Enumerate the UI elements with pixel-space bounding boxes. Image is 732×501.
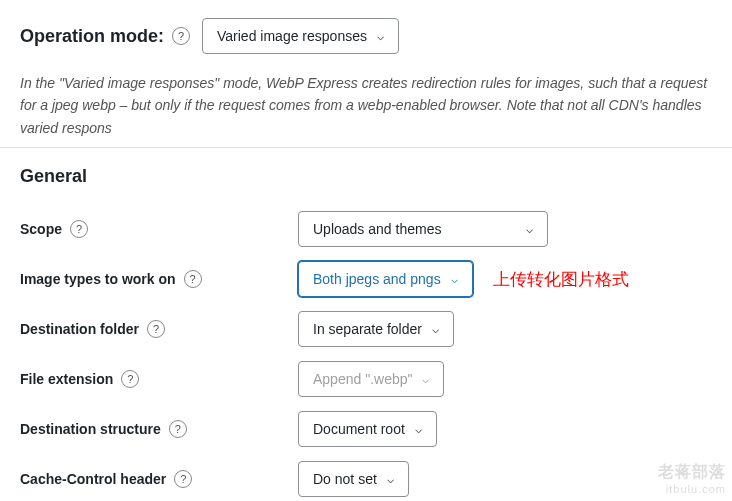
help-icon[interactable]: ?	[172, 27, 190, 45]
help-icon[interactable]: ?	[184, 270, 202, 288]
image-types-annotation: 上传转化图片格式	[493, 268, 629, 291]
cache-control-value: Do not set	[313, 471, 377, 487]
file-extension-select: Append ".webp" ⌵	[298, 361, 444, 397]
cache-control-select[interactable]: Do not set ⌵	[298, 461, 409, 497]
destination-structure-select[interactable]: Document root ⌵	[298, 411, 437, 447]
file-extension-value: Append ".webp"	[313, 371, 412, 387]
chevron-down-icon: ⌵	[432, 322, 439, 336]
operation-mode-description: In the "Varied image responses" mode, We…	[20, 72, 712, 139]
help-icon[interactable]: ?	[70, 220, 88, 238]
destination-folder-value: In separate folder	[313, 321, 422, 337]
destination-folder-select[interactable]: In separate folder ⌵	[298, 311, 454, 347]
help-icon[interactable]: ?	[147, 320, 165, 338]
image-types-value: Both jpegs and pngs	[313, 271, 441, 287]
help-icon[interactable]: ?	[174, 470, 192, 488]
chevron-down-icon: ⌵	[526, 222, 533, 236]
chevron-down-icon: ⌵	[415, 422, 422, 436]
file-extension-label: File extension	[20, 371, 113, 387]
scope-select[interactable]: Uploads and themes ⌵	[298, 211, 548, 247]
scope-label: Scope	[20, 221, 62, 237]
scope-value: Uploads and themes	[313, 221, 441, 237]
destination-structure-value: Document root	[313, 421, 405, 437]
operation-mode-value: Varied image responses	[217, 28, 367, 44]
image-types-label: Image types to work on	[20, 271, 176, 287]
chevron-down-icon: ⌵	[387, 472, 394, 486]
help-icon[interactable]: ?	[121, 370, 139, 388]
general-section-title: General	[20, 166, 712, 187]
help-icon[interactable]: ?	[169, 420, 187, 438]
destination-folder-label: Destination folder	[20, 321, 139, 337]
image-types-select[interactable]: Both jpegs and pngs ⌵	[298, 261, 473, 297]
chevron-down-icon: ⌵	[451, 272, 458, 286]
chevron-down-icon: ⌵	[377, 29, 384, 43]
cache-control-label: Cache-Control header	[20, 471, 166, 487]
destination-structure-label: Destination structure	[20, 421, 161, 437]
operation-mode-select[interactable]: Varied image responses ⌵	[202, 18, 399, 54]
chevron-down-icon: ⌵	[422, 372, 429, 386]
operation-mode-label: Operation mode:	[20, 26, 164, 47]
